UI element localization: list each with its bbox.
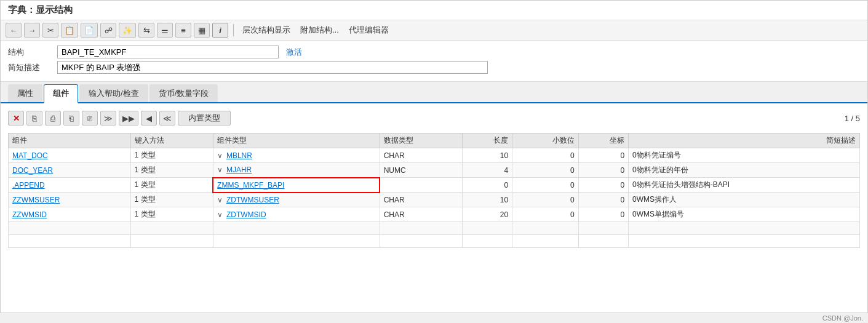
tree-icon-button[interactable]: ⚌ <box>157 23 173 38</box>
cell-short-desc: 0WMS操作人 <box>629 193 860 207</box>
cell-empty <box>213 222 380 235</box>
component-type-link[interactable]: ZMMS_MKPF_BAPI <box>217 181 284 189</box>
cell-empty <box>130 235 213 248</box>
cell-decimal: 0 <box>512 193 579 207</box>
copy-icon-button[interactable]: 📋 <box>61 23 78 38</box>
title-bar: 字典：显示结构 <box>1 1 867 20</box>
move-up-button[interactable]: ≪ <box>159 111 175 126</box>
cell-component[interactable]: MAT_DOC <box>9 148 131 163</box>
paste-row-button[interactable]: ⎙ <box>45 111 61 126</box>
cell-component[interactable]: DOC_YEAR <box>9 163 131 178</box>
cell-empty <box>130 222 213 235</box>
cell-component[interactable]: ZZWMSUSER <box>9 193 131 207</box>
table-row: ZZWMSUSER1 类型∨ ZDTWMSUSERCHAR10000WMS操作人 <box>9 193 860 207</box>
component-link[interactable]: .APPEND <box>12 181 45 189</box>
cell-component-type[interactable]: ∨ MBLNR <box>213 148 380 163</box>
cell-data-type <box>380 178 462 193</box>
cell-length: 4 <box>462 163 512 178</box>
export-button[interactable]: ◀ <box>141 111 157 126</box>
scissors-icon-button[interactable]: ✂ <box>42 23 58 38</box>
component-type-link[interactable]: ZDTWMSID <box>226 210 266 219</box>
content-section: ✕ ⎘ ⎙ ⎗ ⎚ ≫ ▶▶ ◀ ≪ 内置类型 1 / 5 <box>1 103 867 253</box>
footer-bar: CSDN @Jon. <box>0 313 868 323</box>
component-type-link[interactable]: MJAHR <box>226 165 252 174</box>
cell-component-type[interactable]: ZMMS_MKPF_BAPI <box>213 178 380 193</box>
component-link[interactable]: MAT_DOC <box>12 151 48 160</box>
cell-key-method: 1 类型 <box>130 163 213 178</box>
cell-short-desc: 0WMS单据编号 <box>629 207 860 222</box>
tab-currency[interactable]: 货币/数量字段 <box>149 84 218 102</box>
short-desc-input[interactable] <box>57 61 488 74</box>
structure-input[interactable] <box>57 46 279 58</box>
cell-empty <box>578 222 628 235</box>
row-action-button[interactable]: ⎚ <box>82 111 98 126</box>
cell-decimal: 0 <box>512 207 579 222</box>
component-type-link[interactable]: ZDTWMSUSER <box>226 196 279 204</box>
dropdown-arrow-icon: ∨ <box>217 210 225 219</box>
info-icon-button[interactable]: i <box>212 23 228 38</box>
dropdown-arrow-icon: ∨ <box>217 151 225 160</box>
structure-icon-button[interactable]: ☍ <box>100 23 116 38</box>
cell-empty <box>462 222 512 235</box>
cell-decimal: 0 <box>512 163 579 178</box>
header-component: 组件 <box>9 134 131 148</box>
back-button[interactable]: ← <box>6 23 22 38</box>
dropdown-arrow-icon: ∨ <box>217 165 225 174</box>
cut-row-button[interactable]: ⎗ <box>63 111 79 126</box>
cell-empty <box>512 222 579 235</box>
component-link[interactable]: DOC_YEAR <box>12 166 53 175</box>
structure-row: 结构 激活 <box>8 46 860 58</box>
cell-short-desc: 0物料凭证编号 <box>629 148 860 163</box>
page-title: 字典：显示结构 <box>8 4 73 15</box>
move-down-button[interactable]: ≫ <box>100 111 116 126</box>
cell-empty <box>380 235 462 248</box>
delete-row-button[interactable]: ✕ <box>8 111 24 126</box>
component-link[interactable]: ZZWMSUSER <box>12 196 60 204</box>
cell-empty <box>213 235 380 248</box>
cell-empty <box>629 235 860 248</box>
cell-length: 10 <box>462 193 512 207</box>
wand-icon-button[interactable]: ✨ <box>119 23 136 38</box>
grid-icon-button[interactable]: ▦ <box>194 23 210 38</box>
component-type-link[interactable]: MBLNR <box>226 151 252 160</box>
cell-component[interactable]: .APPEND <box>9 178 131 193</box>
hierarchy-display-button[interactable]: 层次结构显示 <box>239 23 294 37</box>
activate-link[interactable]: 激活 <box>286 47 302 58</box>
inner-type-button[interactable]: 内置类型 <box>178 111 231 126</box>
cell-key-method: 1 类型 <box>130 178 213 193</box>
copy-row-button[interactable]: ⎘ <box>26 111 42 126</box>
table-row: DOC_YEAR1 类型∨ MJAHRNUMC4000物料凭证的年份 <box>9 163 860 178</box>
cell-empty <box>9 222 131 235</box>
paste-icon-button[interactable]: 📄 <box>81 23 98 38</box>
cell-component-type[interactable]: ∨ ZDTWMSUSER <box>213 193 380 207</box>
cell-empty <box>629 222 860 235</box>
cell-decimal: 0 <box>512 148 579 163</box>
tab-input-help[interactable]: 输入帮助/检查 <box>79 84 148 102</box>
main-toolbar: ← → ✂ 📋 📄 ☍ ✨ ⇆ ⚌ ≡ ▦ i 层次结构显示 附加结构... 代… <box>1 20 867 41</box>
cell-component[interactable]: ZZWMSID <box>9 207 131 222</box>
structure-label: 结构 <box>8 47 57 58</box>
exchange-icon-button[interactable]: ⇆ <box>138 23 154 38</box>
tab-components[interactable]: 组件 <box>44 84 78 103</box>
header-component-type: 组件类型 <box>213 134 380 148</box>
cell-data-type: CHAR <box>380 148 462 163</box>
attach-structure-button[interactable]: 附加结构... <box>297 23 343 37</box>
proxy-editor-button[interactable]: 代理编辑器 <box>345 23 392 37</box>
form-section: 结构 激活 简短描述 <box>1 41 867 82</box>
cell-short-desc: 0物料凭证抬头增强结构-BAPI <box>629 178 860 193</box>
dropdown-arrow-icon: ∨ <box>217 196 225 204</box>
sub-toolbar: ✕ ⎘ ⎙ ⎗ ⎚ ≫ ▶▶ ◀ ≪ 内置类型 1 / 5 <box>8 108 860 128</box>
forward-button[interactable]: → <box>24 23 40 38</box>
cell-key-method: 1 类型 <box>130 148 213 163</box>
cell-key-method: 1 类型 <box>130 193 213 207</box>
list-icon-button[interactable]: ≡ <box>175 23 191 38</box>
import-button[interactable]: ▶▶ <box>119 111 138 126</box>
cell-component-type[interactable]: ∨ MJAHR <box>213 163 380 178</box>
cell-empty <box>380 222 462 235</box>
table-header-row: 组件 键入方法 组件类型 数据类型 长度 小数位 坐标 简短描述 <box>9 134 860 148</box>
cell-length: 10 <box>462 148 512 163</box>
component-link[interactable]: ZZWMSID <box>12 210 47 219</box>
cell-component-type[interactable]: ∨ ZDTWMSID <box>213 207 380 222</box>
cell-length: 0 <box>462 178 512 193</box>
tab-properties[interactable]: 属性 <box>8 84 42 102</box>
